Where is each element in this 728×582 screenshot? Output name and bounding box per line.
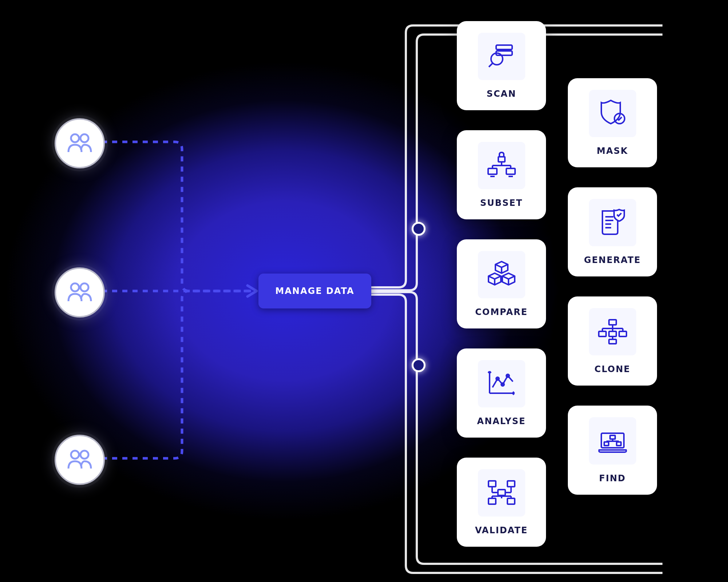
network-lock-icon (487, 152, 517, 179)
svg-rect-62 (617, 442, 621, 446)
card-compare: COMPARE (457, 239, 546, 328)
svg-line-24 (513, 393, 514, 395)
svg-rect-31 (488, 498, 496, 504)
svg-point-3 (80, 283, 88, 291)
svg-rect-52 (599, 331, 606, 336)
svg-point-4 (71, 451, 79, 459)
card-label: SUBSET (480, 198, 523, 208)
svg-rect-15 (488, 168, 497, 174)
document-shield-icon (599, 207, 626, 238)
card-subset: SUBSET (457, 130, 546, 219)
card-clone: CLONE (568, 296, 657, 386)
sitemap-icon (597, 318, 628, 346)
svg-rect-32 (507, 498, 515, 504)
svg-point-1 (80, 134, 88, 142)
card-label: CLONE (594, 364, 630, 374)
validate-tree-icon (486, 479, 517, 507)
users-icon (67, 448, 92, 471)
svg-rect-54 (619, 331, 626, 336)
hub-label: MANAGE DATA (275, 286, 354, 296)
search-db-icon (487, 41, 516, 71)
blocks-icon (487, 260, 517, 289)
card-label: GENERATE (584, 255, 641, 265)
svg-rect-58 (610, 435, 615, 439)
svg-rect-29 (507, 481, 515, 487)
svg-rect-6 (496, 45, 512, 49)
svg-rect-61 (604, 442, 609, 446)
card-label: SCAN (487, 89, 517, 99)
svg-point-2 (71, 283, 79, 291)
svg-rect-17 (506, 168, 515, 174)
card-analyse: ANALYSE (457, 348, 546, 438)
card-label: MASK (597, 146, 628, 156)
user-node (55, 118, 105, 168)
card-label: VALIDATE (475, 525, 528, 535)
users-icon (67, 281, 92, 304)
user-node (55, 267, 105, 318)
chart-line-icon (487, 370, 517, 398)
svg-rect-56 (609, 339, 616, 344)
laptop-tree-icon (597, 427, 628, 455)
user-node (55, 435, 105, 485)
svg-point-5 (80, 451, 88, 459)
shield-check-icon (599, 98, 626, 129)
svg-rect-28 (488, 481, 496, 487)
svg-point-0 (71, 134, 79, 142)
card-validate: VALIDATE (457, 458, 546, 547)
card-label: COMPARE (475, 307, 528, 317)
card-label: ANALYSE (477, 416, 526, 426)
connector-node (412, 222, 426, 236)
card-label: FIND (599, 473, 626, 483)
svg-rect-46 (609, 320, 616, 325)
card-scan: SCAN (457, 21, 546, 110)
connector-node (412, 358, 426, 372)
card-generate: GENERATE (568, 187, 657, 276)
diagram-stage: MANAGE DATA SCAN SUBSET COMPARE ANALYSE … (0, 0, 728, 582)
users-icon (67, 132, 92, 155)
manage-data-hub: MANAGE DATA (258, 274, 371, 308)
svg-rect-10 (498, 157, 505, 162)
svg-rect-53 (609, 331, 616, 336)
svg-rect-30 (498, 490, 505, 495)
card-find: FIND (568, 406, 657, 495)
svg-line-9 (489, 63, 492, 67)
card-mask: MASK (568, 78, 657, 167)
